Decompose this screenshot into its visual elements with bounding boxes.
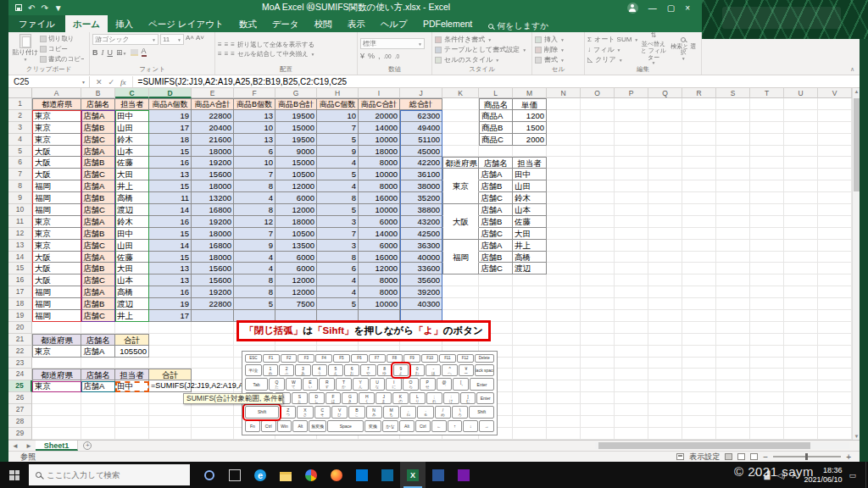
grid-cell[interactable] [648,134,682,146]
grid-cell[interactable] [648,274,682,286]
grid-cell[interactable] [682,216,716,228]
grid-cell[interactable]: 10000 [359,204,400,216]
col-header-G[interactable]: G [275,88,317,98]
align-right-icon[interactable]: ≡ [231,50,235,58]
paste-button[interactable]: 貼り付け ▼ [11,34,40,64]
row-header-27[interactable]: 27 [8,404,32,416]
row-header-19[interactable]: 19 [8,310,32,322]
grid-cell[interactable]: 店舗C [479,192,513,204]
grid-cell[interactable] [818,416,852,428]
grid-cell[interactable] [615,122,648,134]
grid-cell[interactable]: 13 [149,274,192,286]
grid-cell[interactable]: 13 [234,110,275,122]
enter-icon[interactable]: ✓ [108,78,115,86]
grid-cell[interactable]: 店舗B [81,298,115,310]
grid-cell[interactable]: 商品B [479,122,513,134]
grid-cell[interactable] [784,204,818,216]
grid-cell[interactable]: 福岡 [32,180,81,192]
grid-cell[interactable] [615,358,648,369]
grid-cell[interactable] [716,392,750,404]
grid-cell[interactable] [81,404,115,416]
grid-cell[interactable] [513,310,547,322]
grid-cell[interactable] [547,380,581,392]
grid-cell[interactable] [581,392,615,404]
grid-cell[interactable] [149,404,192,416]
grid-cell[interactable]: 井上 [513,240,547,252]
grid-cell[interactable] [615,416,648,428]
grid-cell[interactable]: 8 [234,286,275,298]
grow-font-icon[interactable]: A˄ [186,34,194,45]
grid-cell[interactable] [682,380,716,392]
grid-cell[interactable] [115,392,149,404]
grid-cell[interactable]: 15600 [192,169,234,180]
grid-cell[interactable] [682,404,716,416]
grid-cell[interactable] [784,404,818,416]
grid-cell[interactable]: 都道府県 [32,334,81,346]
grid-cell[interactable]: 商品A個数 [149,98,192,110]
onenote-taskbar-icon[interactable] [451,462,476,488]
grid-cell[interactable] [682,358,716,369]
grid-cell[interactable]: 大阪 [32,263,81,274]
grid-cell[interactable] [716,416,750,428]
grid-cell[interactable]: 山本 [115,146,149,158]
grid-cell[interactable] [716,192,750,204]
grid-cell[interactable]: 鈴木 [513,192,547,204]
grid-cell[interactable] [81,392,115,404]
grid-cell[interactable]: 18000 [192,228,234,240]
grid-cell[interactable] [149,416,192,428]
col-header-I[interactable]: I [359,88,400,98]
grid-cell[interactable] [818,263,852,274]
grid-cell[interactable] [750,252,784,263]
grid-cell[interactable] [442,286,479,298]
grid-cell[interactable] [581,134,615,146]
grid-cell[interactable] [818,204,852,216]
percent-icon[interactable]: % [368,52,375,60]
grid-cell[interactable]: 6000 [275,252,317,263]
grid-cell[interactable]: 商品A [479,110,513,122]
row-header-29[interactable]: 29 [8,428,32,440]
row-header-11[interactable]: 11 [8,216,32,228]
grid-cell[interactable]: 店舗名 [479,157,513,169]
borders-icon[interactable]: ⊞▼ [116,48,127,57]
row-header-18[interactable]: 18 [8,298,32,310]
grid-cell[interactable] [784,286,818,298]
decrease-decimal-icon[interactable]: .0 [395,53,399,59]
grid-cell[interactable] [818,192,852,204]
grid-cell[interactable]: 5 [317,169,359,180]
grid-cell[interactable]: 東京 [32,240,81,252]
grid-cell[interactable]: 担当者 [115,98,149,110]
grid-cell[interactable] [442,204,479,216]
grid-cell[interactable] [648,310,682,322]
grid-cell[interactable] [682,228,716,240]
grid-cell[interactable] [818,369,852,380]
grid-cell[interactable]: 15000 [275,157,317,169]
grid-cell[interactable]: 13 [234,134,275,146]
grid-cell[interactable] [81,416,115,428]
row-header-26[interactable]: 26 [8,392,32,404]
grid-cell[interactable] [750,157,784,169]
copy-button[interactable]: コピー [40,45,84,53]
grid-cell[interactable]: 9 [234,240,275,252]
grid-cell[interactable]: 大田 [115,263,149,274]
row-header-17[interactable]: 17 [8,286,32,298]
grid-cell[interactable]: 8000 [359,180,400,192]
grid-cell[interactable]: 19500 [275,134,317,146]
grid-cell[interactable]: 43200 [400,216,442,228]
font-size-combo[interactable]: 11▼ [160,34,184,45]
grid-cell[interactable] [615,286,648,298]
col-header-U[interactable]: U [784,88,818,98]
zoom-slider[interactable] [773,456,841,458]
grid-cell[interactable]: 担当者 [513,157,547,169]
grid-cell[interactable]: 13500 [275,240,317,252]
grid-cell[interactable] [442,110,479,122]
row-header-10[interactable]: 10 [8,204,32,216]
grid-cell[interactable] [547,346,581,358]
grid-cell[interactable]: 4 [234,252,275,263]
grid-cell[interactable] [547,180,581,192]
grid-cell[interactable]: 店舗A [81,252,115,263]
vertical-scrollbar[interactable]: ▲ ▼ [852,88,860,440]
grid-cell[interactable] [615,298,648,310]
grid-cell[interactable] [784,157,818,169]
grid-cell[interactable]: 商品A合計 [192,98,234,110]
grid-cell[interactable] [750,169,784,180]
